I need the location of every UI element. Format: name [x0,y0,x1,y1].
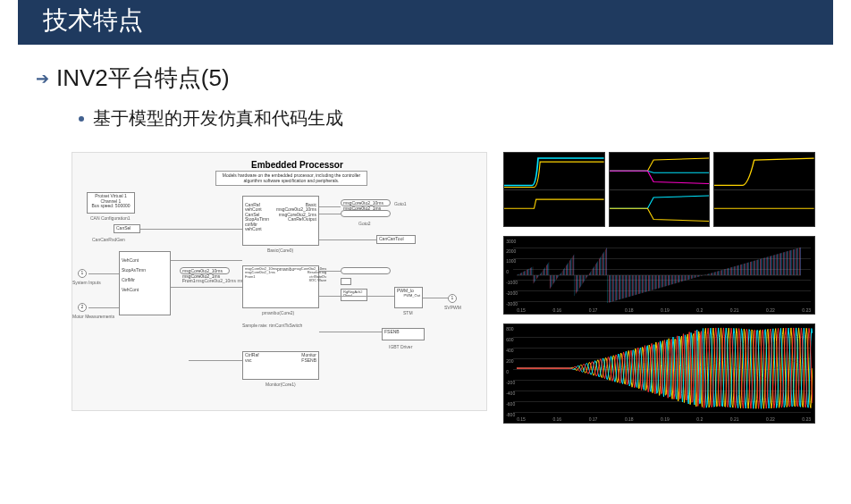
rgn-block: RgRegAch2 Otwsl [341,289,367,301]
bottom-scope: 800 600 400 200 0 -200 -400 -600 -800 [503,323,815,424]
simulink-diagram: Embedded Processor Models hardware on th… [72,152,487,411]
goto1-label: Goto1 [394,201,407,206]
core0-block: CanRaf vehCont CanSel StopAsTimn ctrlMtr… [242,196,319,246]
embedded-processor-title: Embedded Processor [251,160,343,170]
heading-row: ➔ INV2平台特点(5) [36,63,815,94]
core2-block: msgCore0to2_10ms msgCore0to2_1ms From1 p… [242,265,319,308]
goto2-label: Goto2 [358,221,371,226]
monitor-label: Monitor(Core1) [265,382,296,387]
bullet-icon [79,116,84,122]
title-text: 技术特点 [43,6,143,34]
demux-block: VehCont StopAsTimn CtrlMtr VehCont [119,251,171,315]
terminator-1 [341,278,351,285]
msg-goto-1: msgCore0to2_10ms msgCore0to2_1ms [341,199,391,206]
sample-caption: Sample rate: rtmContTsSwitch [242,323,302,328]
heading-text: INV2平台特点(5) [56,63,230,94]
igbt-driver-label: IGBT Driver [389,344,412,349]
core2-out-1 [341,267,391,274]
arrow-icon: ➔ [36,71,49,87]
content-area: ➔ INV2平台特点(5) 基于模型的开发仿真和代码生成 Embedded Pr… [0,63,851,424]
can-config-block: Protset Virtual 1 Channel 1 Bus speed: 5… [87,192,135,214]
embedded-processor-desc: Models hardware on the embedded processo… [215,171,367,186]
slide-title: 技术特点 [18,0,833,45]
core2-label: pmanibo(Core2) [262,310,294,315]
can-config-label: CAN Configuration1 [90,215,130,221]
mini-scope-row [503,152,815,227]
mini-scope-2 [609,152,711,227]
core0-label: Basic(Core0) [267,248,293,253]
sub-point-row: 基于模型的开发仿真和代码生成 [79,106,815,130]
oscilloscope-column: 3000 2000 1000 0 -1000 -2000 -3000 [503,152,815,424]
can-sel-block: CanSel [114,224,140,233]
system-inputs-label: System Inputs [72,280,101,285]
figure-row: Embedded Processor Models hardware on th… [72,152,815,424]
monitor-block: CtrlRaf vsc Monitor FSENB [242,351,319,380]
mid-scope: 3000 2000 1000 0 -1000 -2000 -3000 [503,236,815,315]
can-can-tool: CanCanTool [376,235,416,244]
motor-measurements-label: Motor Measurements [72,314,114,319]
pwm-block: PWM_lo PWM_Out [394,287,423,308]
mini-scope-3 [713,152,815,227]
svpwm-label: SVPWM [444,305,461,310]
msg-goto-2 [341,210,391,217]
stm-label: STM [403,310,413,315]
fsenb-box: FSENB [382,328,425,340]
mini-scope-1 [503,152,605,227]
msg-core-tag-1: msgCore0to2_10ms msgCore0to2_1ms From1 [180,267,230,274]
can-rx-gen-label: CanCanRxdGen [92,237,125,242]
sub-point-text: 基于模型的开发仿真和代码生成 [93,106,343,130]
